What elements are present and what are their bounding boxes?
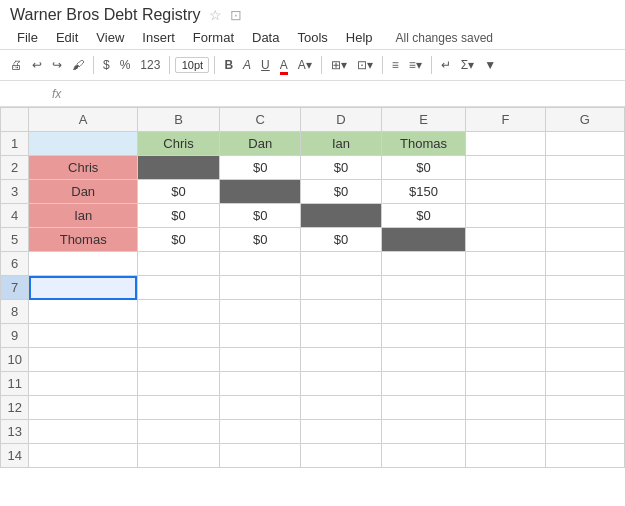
cell-f3[interactable] (466, 180, 545, 204)
cell-d6[interactable] (301, 252, 381, 276)
cell-g3[interactable] (545, 180, 624, 204)
cell-e7[interactable] (381, 276, 466, 300)
menu-file[interactable]: File (10, 28, 45, 47)
menu-format[interactable]: Format (186, 28, 241, 47)
cell-a2[interactable]: Chris (29, 156, 137, 180)
row-header-12[interactable]: 12 (1, 396, 29, 420)
cell-b7[interactable] (137, 276, 219, 300)
cell-g2[interactable] (545, 156, 624, 180)
italic-btn[interactable]: A (239, 56, 255, 74)
row-header-3[interactable]: 3 (1, 180, 29, 204)
row-header-6[interactable]: 6 (1, 252, 29, 276)
row-header-7[interactable]: 7 (1, 276, 29, 300)
cell-d5[interactable]: $0 (301, 228, 381, 252)
cell-f7[interactable] (466, 276, 545, 300)
col-header-a[interactable]: A (29, 108, 137, 132)
cell-c4[interactable]: $0 (220, 204, 301, 228)
cell-e4[interactable]: $0 (381, 204, 466, 228)
menu-help[interactable]: Help (339, 28, 380, 47)
font-color-btn[interactable]: A (276, 56, 292, 74)
merge-btn[interactable]: ⊡▾ (353, 56, 377, 74)
menu-insert[interactable]: Insert (135, 28, 182, 47)
cell-f2[interactable] (466, 156, 545, 180)
col-header-e[interactable]: E (381, 108, 466, 132)
align-left-btn[interactable]: ≡ (388, 56, 403, 74)
cell-f4[interactable] (466, 204, 545, 228)
row-header-9[interactable]: 9 (1, 324, 29, 348)
menu-view[interactable]: View (89, 28, 131, 47)
format-paint-btn[interactable]: 🖌 (68, 56, 88, 74)
cell-a7[interactable] (29, 276, 137, 300)
percent-btn[interactable]: % (116, 56, 135, 74)
col-header-b[interactable]: B (137, 108, 219, 132)
cell-a4[interactable]: Ian (29, 204, 137, 228)
undo-btn[interactable]: ↩ (28, 56, 46, 74)
row-header-2[interactable]: 2 (1, 156, 29, 180)
cell-c3[interactable] (220, 180, 301, 204)
cell-d4[interactable] (301, 204, 381, 228)
cell-b5[interactable]: $0 (137, 228, 219, 252)
cell-g5[interactable] (545, 228, 624, 252)
cell-a3[interactable]: Dan (29, 180, 137, 204)
row-header-13[interactable]: 13 (1, 420, 29, 444)
col-header-f[interactable]: F (466, 108, 545, 132)
cell-b4[interactable]: $0 (137, 204, 219, 228)
cell-b3[interactable]: $0 (137, 180, 219, 204)
cell-g6[interactable] (545, 252, 624, 276)
cell-e5[interactable] (381, 228, 466, 252)
row-header-4[interactable]: 4 (1, 204, 29, 228)
cell-g7[interactable] (545, 276, 624, 300)
cell-d7[interactable] (301, 276, 381, 300)
borders-btn[interactable]: ⊞▾ (327, 56, 351, 74)
cell-e6[interactable] (381, 252, 466, 276)
col-header-d[interactable]: D (301, 108, 381, 132)
star-icon[interactable]: ☆ (209, 7, 222, 23)
menu-edit[interactable]: Edit (49, 28, 85, 47)
cell-d1[interactable]: Ian (301, 132, 381, 156)
cell-c6[interactable] (220, 252, 301, 276)
sum-btn[interactable]: Σ▾ (457, 56, 478, 74)
bold-btn[interactable]: B (220, 56, 237, 74)
row-header-14[interactable]: 14 (1, 444, 29, 468)
col-header-c[interactable]: C (220, 108, 301, 132)
print-btn[interactable]: 🖨 (6, 56, 26, 74)
row-header-5[interactable]: 5 (1, 228, 29, 252)
underline-btn[interactable]: U (257, 56, 274, 74)
wrap-btn[interactable]: ↵ (437, 56, 455, 74)
cell-c1[interactable]: Dan (220, 132, 301, 156)
row-header-8[interactable]: 8 (1, 300, 29, 324)
align-more-btn[interactable]: ≡▾ (405, 56, 426, 74)
row-header-10[interactable]: 10 (1, 348, 29, 372)
cell-a6[interactable] (29, 252, 137, 276)
cell-e3[interactable]: $150 (381, 180, 466, 204)
cell-e2[interactable]: $0 (381, 156, 466, 180)
folder-icon[interactable]: ⊡ (230, 7, 242, 23)
row-header-11[interactable]: 11 (1, 372, 29, 396)
cell-d3[interactable]: $0 (301, 180, 381, 204)
cell-b1[interactable]: Chris (137, 132, 219, 156)
redo-btn[interactable]: ↪ (48, 56, 66, 74)
decimal-btn[interactable]: 123 (136, 56, 164, 74)
formula-input[interactable] (67, 87, 619, 101)
cell-f1[interactable] (466, 132, 545, 156)
cell-d2[interactable]: $0 (301, 156, 381, 180)
currency-btn[interactable]: $ (99, 56, 114, 74)
cell-g4[interactable] (545, 204, 624, 228)
cell-b6[interactable] (137, 252, 219, 276)
cell-b2[interactable] (137, 156, 219, 180)
cell-c2[interactable]: $0 (220, 156, 301, 180)
cell-c5[interactable]: $0 (220, 228, 301, 252)
menu-tools[interactable]: Tools (290, 28, 334, 47)
cell-g1[interactable] (545, 132, 624, 156)
filter-btn[interactable]: ▼ (480, 56, 500, 74)
menu-data[interactable]: Data (245, 28, 286, 47)
col-header-g[interactable]: G (545, 108, 624, 132)
cell-a5[interactable]: Thomas (29, 228, 137, 252)
cell-a1[interactable] (29, 132, 137, 156)
row-header-1[interactable]: 1 (1, 132, 29, 156)
cell-f5[interactable] (466, 228, 545, 252)
cell-f6[interactable] (466, 252, 545, 276)
highlight-btn[interactable]: A▾ (294, 56, 316, 74)
font-size-display[interactable]: 10pt (175, 57, 209, 73)
cell-c7[interactable] (220, 276, 301, 300)
